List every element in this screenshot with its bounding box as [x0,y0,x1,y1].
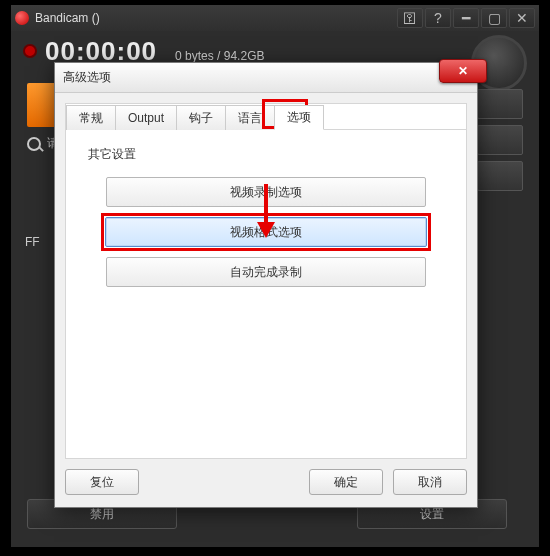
auto-complete-recording-button[interactable]: 自动完成录制 [106,257,426,287]
minimize-icon[interactable]: ━ [453,8,479,28]
record-indicator-icon [23,44,37,58]
annotation-highlight-format-button: 视频格式选项 [101,213,431,251]
group-label-other-settings: 其它设置 [88,146,444,163]
dialog-footer: 复位 确定 取消 [65,467,467,497]
key-icon[interactable]: ⚿ [397,8,423,28]
dialog-close-button[interactable]: ✕ [439,59,487,83]
dialog-body: 常规 Output 钩子 语言 选项 其它设置 视频录制选项 视频格式选项 自动… [65,103,467,459]
options-panel: 其它设置 视频录制选项 视频格式选项 自动完成录制 [66,130,466,309]
cancel-button[interactable]: 取消 [393,469,467,495]
extra-button-1[interactable] [477,125,523,155]
video-format-options-button[interactable]: 视频格式选项 [105,217,427,247]
tab-bar: 常规 Output 钩子 语言 选项 [66,104,466,130]
video-recording-options-button[interactable]: 视频录制选项 [106,177,426,207]
dialog-titlebar: 高级选项 ✕ [55,63,477,93]
fps-label: FF [25,235,40,249]
search-icon [27,137,41,151]
main-title: Bandicam () [35,11,100,25]
main-titlebar: Bandicam () ⚿ ? ━ ▢ ✕ [11,5,539,31]
tab-general[interactable]: 常规 [66,105,116,130]
tab-language[interactable]: 语言 [225,105,275,130]
help-icon[interactable]: ? [425,8,451,28]
right-button-group [477,89,523,191]
ok-button[interactable]: 确定 [309,469,383,495]
bandicam-logo-icon [15,11,29,25]
tab-options[interactable]: 选项 [274,105,324,130]
close-icon: ✕ [458,64,468,78]
maximize-icon[interactable]: ▢ [481,8,507,28]
close-main-icon[interactable]: ✕ [509,8,535,28]
reset-button[interactable]: 复位 [65,469,139,495]
dialog-title: 高级选项 [63,69,111,86]
advanced-options-dialog: 高级选项 ✕ 常规 Output 钩子 语言 选项 其它设置 视频录制选项 视频… [54,62,478,508]
tab-hook[interactable]: 钩子 [176,105,226,130]
tab-output[interactable]: Output [115,105,177,130]
extra-button-2[interactable] [477,161,523,191]
storage-text: 0 bytes / 94.2GB [175,49,264,63]
pause-button[interactable] [477,89,523,119]
